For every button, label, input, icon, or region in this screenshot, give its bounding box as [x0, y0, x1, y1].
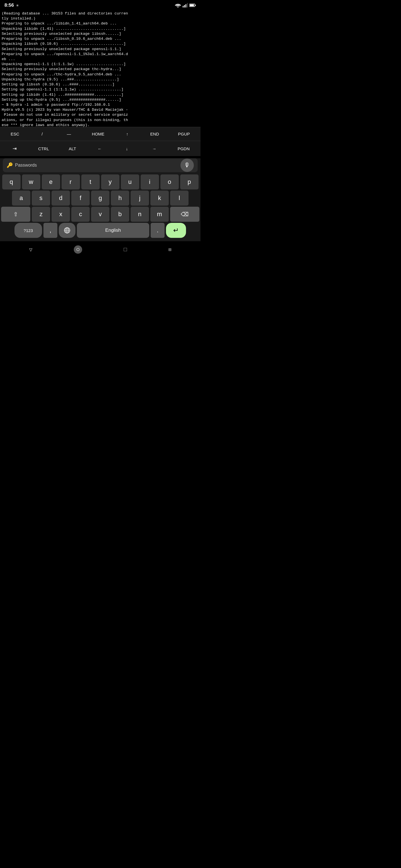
- key-b[interactable]: b: [111, 207, 129, 222]
- recents-button[interactable]: □: [124, 247, 127, 253]
- keyboard-switch-button[interactable]: ⊞: [169, 247, 172, 253]
- key-c[interactable]: c: [71, 207, 90, 222]
- key-alt[interactable]: ALT: [66, 145, 79, 153]
- key-tab[interactable]: ⇥: [9, 144, 21, 153]
- key-g[interactable]: g: [91, 191, 109, 206]
- key-u[interactable]: u: [121, 175, 139, 189]
- key-right[interactable]: →: [148, 145, 161, 153]
- wifi-icon: [175, 3, 181, 7]
- password-bar[interactable]: 🔑 Passwords 🎙: [3, 158, 198, 172]
- mic-icon: 🎙: [184, 162, 190, 169]
- keyboard: 🔑 Passwords 🎙 q w e r t y u i o p a s d …: [0, 158, 200, 241]
- svg-point-0: [177, 6, 178, 7]
- comma-key[interactable]: ,: [44, 223, 57, 238]
- key-icon: 🔑: [7, 162, 13, 168]
- key-esc[interactable]: ESC: [8, 130, 22, 138]
- key-i[interactable]: i: [141, 175, 159, 189]
- svg-rect-6: [190, 4, 194, 6]
- keyboard-row-2: a s d f g h j k l: [1, 191, 199, 206]
- key-end[interactable]: END: [148, 130, 161, 138]
- globe-button[interactable]: [59, 223, 76, 238]
- battery-icon: [189, 3, 196, 7]
- terminal-output[interactable]: (Reading database ... 30153 files and di…: [0, 10, 200, 127]
- key-slash[interactable]: /: [36, 130, 48, 138]
- nav-bar: ▽ ○ □ ⊞: [0, 241, 200, 260]
- keyboard-row-3: ⇧ z x c v b n m ⌫: [1, 207, 199, 222]
- key-l[interactable]: l: [170, 191, 189, 206]
- home-button[interactable]: ○: [74, 245, 82, 254]
- key-v[interactable]: v: [91, 207, 109, 222]
- key-w[interactable]: w: [22, 175, 40, 189]
- back-button[interactable]: ▽: [29, 246, 32, 253]
- key-up[interactable]: ↑: [121, 130, 134, 138]
- key-k[interactable]: k: [150, 191, 169, 206]
- key-a[interactable]: a: [12, 191, 30, 206]
- keyboard-row-1: q w e r t y u i o p: [1, 175, 199, 189]
- key-left[interactable]: ←: [93, 145, 106, 153]
- key-down[interactable]: ↓: [121, 145, 133, 153]
- key-m[interactable]: m: [150, 207, 169, 222]
- keyboard-row-4: ?123 , English . ↵: [1, 223, 199, 238]
- svg-rect-7: [195, 5, 196, 6]
- key-o[interactable]: o: [161, 175, 179, 189]
- key-e[interactable]: e: [42, 175, 60, 189]
- wind-icon: ✳: [16, 2, 19, 8]
- key-pgup[interactable]: PGUP: [176, 130, 192, 138]
- shift-button[interactable]: ⇧: [1, 207, 30, 222]
- status-bar: 8:56 ✳: [0, 0, 200, 10]
- key-d[interactable]: d: [52, 191, 70, 206]
- key-dash[interactable]: —: [63, 130, 75, 138]
- key-n[interactable]: n: [131, 207, 149, 222]
- key-pgdn[interactable]: PGDN: [175, 145, 192, 153]
- period-key[interactable]: .: [151, 223, 165, 238]
- key-p[interactable]: p: [180, 175, 199, 189]
- key-f[interactable]: f: [71, 191, 90, 206]
- key-q[interactable]: q: [2, 175, 21, 189]
- key-s[interactable]: s: [32, 191, 50, 206]
- key-z[interactable]: z: [32, 207, 50, 222]
- key-ctrl[interactable]: CTRL: [36, 145, 51, 153]
- svg-rect-2: [184, 5, 185, 7]
- key-y[interactable]: y: [101, 175, 119, 189]
- key-r[interactable]: r: [61, 175, 80, 189]
- special-key-row-1: ESC / — HOME ↑ END PGUP: [0, 127, 200, 141]
- key-t[interactable]: t: [81, 175, 100, 189]
- backspace-button[interactable]: ⌫: [170, 207, 199, 222]
- globe-icon: [64, 227, 70, 234]
- svg-rect-1: [183, 6, 183, 7]
- password-bar-left: 🔑 Passwords: [7, 162, 37, 168]
- status-time: 8:56: [4, 2, 14, 8]
- key-j[interactable]: j: [131, 191, 149, 206]
- svg-rect-3: [185, 4, 186, 7]
- svg-rect-4: [187, 3, 188, 7]
- key-home[interactable]: HOME: [90, 130, 107, 138]
- status-icons: [175, 3, 196, 7]
- password-label: Passwords: [15, 163, 37, 168]
- signal-icon: [183, 3, 188, 7]
- enter-key[interactable]: ↵: [166, 223, 186, 238]
- space-key[interactable]: English: [77, 223, 149, 238]
- key-h[interactable]: h: [111, 191, 129, 206]
- mic-button[interactable]: 🎙: [180, 159, 194, 172]
- key-x[interactable]: x: [52, 207, 70, 222]
- special-key-row-2: ⇥ CTRL ALT ← ↓ → PGDN: [0, 141, 200, 156]
- symbols-button[interactable]: ?123: [15, 223, 42, 238]
